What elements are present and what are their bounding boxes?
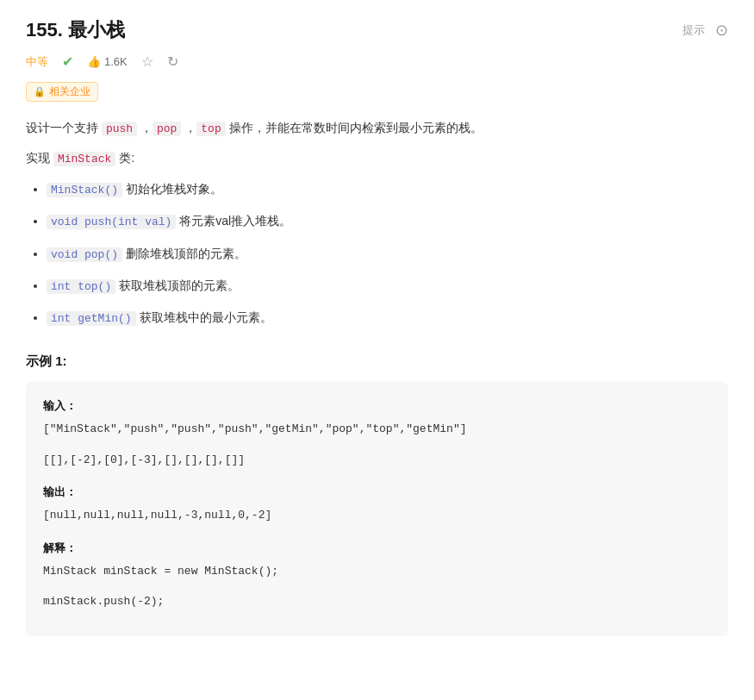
code-push-method: void push(int val) xyxy=(47,215,176,229)
problem-title: 155. 最小栈 xyxy=(26,17,125,43)
code-push: push xyxy=(102,122,137,136)
input-line2: [[],[-2],[0],[-3],[],[],[],[]] xyxy=(43,450,711,470)
code-constructor: MinStack() xyxy=(47,183,122,197)
company-tag[interactable]: 🔒 相关企业 xyxy=(26,82,98,102)
code-minstack-class: MinStack xyxy=(53,152,115,166)
lock-icon: 🔒 xyxy=(34,86,46,97)
like-count[interactable]: 👍 1.6K xyxy=(87,55,128,68)
example-section: 示例 1: 输入： ["MinStack","push","push","pus… xyxy=(26,353,728,636)
header-row: 155. 最小栈 提示 ⊙ xyxy=(26,17,728,43)
explain-line1: MinStack minStack = new MinStack(); xyxy=(43,561,711,581)
company-tag-label: 相关企业 xyxy=(49,84,90,99)
check-icon: ✔ xyxy=(62,53,73,70)
page-container: 155. 最小栈 提示 ⊙ 中等 ✔ 👍 1.6K ☆ ↻ 🔒 相关企业 设计一… xyxy=(0,0,754,653)
description-impl: 实现 MinStack 类: xyxy=(26,147,728,169)
meta-row: 中等 ✔ 👍 1.6K ☆ ↻ xyxy=(26,53,728,70)
header-actions: 提示 ⊙ xyxy=(682,21,728,40)
explain-section: 解释： MinStack minStack = new MinStack(); … xyxy=(43,538,711,612)
code-top: top xyxy=(196,122,225,136)
star-icon[interactable]: ☆ xyxy=(141,53,153,70)
output-value: [null,null,null,null,-3,null,0,-2] xyxy=(43,505,711,525)
output-label: 输出： xyxy=(43,482,711,502)
description: 设计一个支持 push ，pop ，top 操作，并能在常数时间内检索到最小元素… xyxy=(26,117,728,329)
list-item-4: int top() 获取堆栈顶部的元素。 xyxy=(47,275,728,297)
list-item-5: int getMin() 获取堆栈中的最小元素。 xyxy=(47,307,728,328)
explain-line2: minStack.push(-2); xyxy=(43,591,711,611)
thumb-up-icon: 👍 xyxy=(87,55,101,68)
explain-label: 解释： xyxy=(43,538,711,558)
refresh-icon[interactable]: ↻ xyxy=(167,53,178,70)
example-title: 示例 1: xyxy=(26,353,728,370)
code-pop-method: void pop() xyxy=(47,247,122,262)
hint-link[interactable]: 提示 xyxy=(682,22,705,38)
input-line1: ["MinStack","push","push","push","getMin… xyxy=(43,419,711,439)
input-section: 输入： ["MinStack","push","push","push","ge… xyxy=(43,396,711,470)
description-intro: 设计一个支持 push ，pop ，top 操作，并能在常数时间内检索到最小元素… xyxy=(26,117,728,139)
difficulty-badge: 中等 xyxy=(26,54,48,70)
code-pop: pop xyxy=(153,122,181,136)
more-icon[interactable]: ⊙ xyxy=(715,21,728,40)
input-label: 输入： xyxy=(43,396,711,416)
list-item-2: void push(int val) 将元素val推入堆栈。 xyxy=(47,210,728,232)
example-box: 输入： ["MinStack","push","push","push","ge… xyxy=(26,382,728,636)
output-section: 输出： [null,null,null,null,-3,null,0,-2] xyxy=(43,482,711,526)
bullet-list: MinStack() 初始化堆栈对象。 void push(int val) 将… xyxy=(26,178,728,329)
company-tag-row: 🔒 相关企业 xyxy=(26,82,728,117)
list-item-1: MinStack() 初始化堆栈对象。 xyxy=(47,178,728,200)
code-top-method: int top() xyxy=(47,279,115,294)
like-number: 1.6K xyxy=(104,55,128,68)
code-getmin-method: int getMin() xyxy=(47,311,136,326)
list-item-3: void pop() 删除堆栈顶部的元素。 xyxy=(47,243,728,265)
